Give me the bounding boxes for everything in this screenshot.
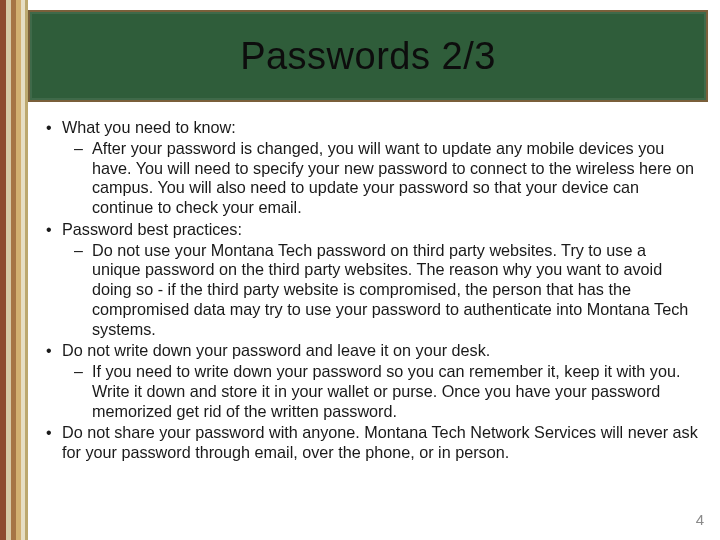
- sub-bullet-item: Do not use your Montana Tech password on…: [62, 241, 698, 340]
- sub-bullet-item: If you need to write down your password …: [62, 362, 698, 421]
- page-number: 4: [696, 511, 704, 528]
- sub-bullet-text: Do not use your Montana Tech password on…: [92, 241, 688, 338]
- sub-bullet-text: If you need to write down your password …: [92, 362, 680, 420]
- title-banner: Passwords 2/3: [28, 10, 708, 102]
- bullet-text: Do not write down your password and leav…: [62, 341, 490, 359]
- bullet-text: Do not share your password with anyone. …: [62, 423, 698, 461]
- sub-bullet-text: After your password is changed, you will…: [92, 139, 694, 216]
- bullet-item: Do not write down your password and leav…: [40, 341, 698, 421]
- bullet-item: Do not share your password with anyone. …: [40, 423, 698, 463]
- bullet-text: Password best practices:: [62, 220, 242, 238]
- bullet-text: What you need to know:: [62, 118, 236, 136]
- sub-bullet-item: After your password is changed, you will…: [62, 139, 698, 218]
- slide-title: Passwords 2/3: [240, 35, 496, 78]
- slide-body: What you need to know: After your passwo…: [40, 118, 698, 526]
- bullet-item: What you need to know: After your passwo…: [40, 118, 698, 218]
- bullet-item: Password best practices: Do not use your…: [40, 220, 698, 340]
